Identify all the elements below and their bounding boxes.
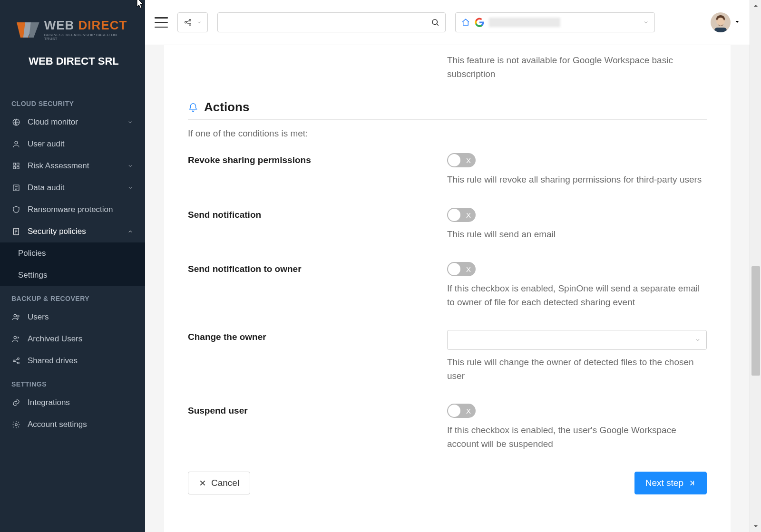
close-icon: [199, 479, 206, 487]
svg-rect-5: [13, 163, 16, 165]
toggle-send-notification[interactable]: X: [447, 208, 476, 222]
workspace-name-redacted: [489, 18, 560, 27]
workspace-selector[interactable]: [455, 12, 655, 32]
sidebar-subitem-settings[interactable]: Settings: [0, 264, 145, 286]
sidebar-submenu-security-policies: Policies Settings: [0, 242, 145, 286]
next-step-button[interactable]: Next step: [634, 472, 707, 494]
toggle-revoke-sharing[interactable]: X: [447, 153, 476, 167]
policy-panel: This feature is not available for Google…: [164, 45, 731, 532]
chevron-down-icon: [127, 184, 134, 191]
sidebar-item-cloud-monitor[interactable]: Cloud monitor: [0, 111, 145, 133]
share-icon: [184, 18, 192, 27]
svg-point-13: [14, 336, 16, 339]
scroll-down-arrow-icon[interactable]: [750, 521, 761, 532]
sidebar-label: User audit: [28, 139, 64, 149]
svg-rect-7: [13, 167, 16, 169]
sidebar-label: Cloud monitor: [28, 117, 78, 127]
share-type-selector[interactable]: [177, 12, 208, 32]
feature-unavailable-note: This feature is not available for Google…: [447, 54, 694, 81]
brand-word1: WEB: [44, 18, 78, 32]
brand-block: WEB DIRECT BUSINESS RELATIONSHIP BASED O…: [0, 5, 145, 91]
brand-logo-icon: [17, 20, 39, 39]
sidebar-subitem-policies[interactable]: Policies: [0, 242, 145, 264]
cancel-button[interactable]: Cancel: [188, 472, 250, 494]
sidebar-item-risk-assessment[interactable]: Risk Assessment: [0, 155, 145, 177]
action-row-send-notification: Send notification X This rule will send …: [188, 208, 707, 242]
action-description: This rule will revoke all sharing permis…: [447, 173, 707, 187]
globe-icon: [11, 117, 21, 127]
sidebar-item-shared-drives[interactable]: Shared drives: [0, 350, 145, 372]
action-description: If this checkbox is enabled, the user's …: [447, 424, 707, 451]
link-icon: [11, 398, 21, 407]
shield-icon: [11, 205, 21, 214]
sidebar-item-users[interactable]: Users: [0, 306, 145, 328]
svg-rect-8: [17, 167, 20, 169]
sidebar-item-security-policies[interactable]: Security policies: [0, 221, 145, 242]
grid-icon: [11, 161, 21, 171]
nav-section-backup-recovery: BACKUP & RECOVERY: [0, 286, 145, 306]
user-menu[interactable]: [711, 12, 740, 32]
sidebar-label: Users: [28, 312, 49, 322]
sidebar-item-integrations[interactable]: Integrations: [0, 392, 145, 414]
search-input[interactable]: [224, 19, 431, 27]
sidebar-label: Security policies: [28, 227, 86, 236]
button-label: Next step: [645, 478, 683, 488]
avatar: [711, 12, 731, 32]
sidebar-item-account-settings[interactable]: Account settings: [0, 414, 145, 435]
search-icon[interactable]: [431, 18, 439, 27]
action-label: Revoke sharing permissions: [188, 153, 447, 187]
next-arrow-icon: [688, 479, 696, 487]
action-label: Suspend user: [188, 404, 447, 451]
caret-down-icon: [734, 18, 740, 27]
org-name: WEB DIRECT SRL: [17, 55, 131, 68]
sidebar-item-ransomware-protection[interactable]: Ransomware protection: [0, 199, 145, 221]
list-icon: [11, 183, 21, 193]
archived-users-icon: [11, 334, 21, 344]
gear-icon: [11, 420, 21, 429]
brand-tagline: BUSINESS RELATIONSHIP BASED ON TRUST: [44, 33, 131, 41]
sidebar-item-archived-users[interactable]: Archived Users: [0, 328, 145, 350]
scroll-thumb[interactable]: [751, 266, 760, 376]
action-row-send-owner: Send notification to owner X If this che…: [188, 262, 707, 309]
action-label: Send notification to owner: [188, 262, 447, 309]
section-title: Actions: [204, 100, 249, 115]
toggle-suspend-user[interactable]: X: [447, 404, 476, 418]
action-row-suspend-user: Suspend user X If this checkbox is enabl…: [188, 404, 707, 451]
bell-icon: [188, 102, 198, 113]
nav-section-settings: SETTINGS: [0, 372, 145, 392]
section-header-actions: Actions: [188, 100, 707, 120]
page-scrollbar[interactable]: [750, 0, 761, 532]
share-icon: [11, 356, 21, 366]
sidebar-item-user-audit[interactable]: User audit: [0, 133, 145, 155]
nav-section-cloud-security: CLOUD SECURITY: [0, 91, 145, 111]
svg-rect-6: [17, 163, 20, 165]
action-row-revoke: Revoke sharing permissions X This rule w…: [188, 153, 707, 187]
action-label: Send notification: [188, 208, 447, 242]
toggle-send-owner[interactable]: X: [447, 262, 476, 276]
sidebar-label: Ransomware protection: [28, 205, 113, 214]
toggle-off-mark: X: [466, 156, 471, 164]
svg-point-17: [15, 424, 18, 426]
policy-icon: [11, 227, 21, 236]
sidebar-label: Shared drives: [28, 356, 78, 366]
caret-down-icon: [643, 19, 649, 25]
chevron-up-icon: [127, 228, 134, 235]
search-box[interactable]: [217, 12, 446, 32]
chevron-down-icon: [695, 337, 701, 343]
google-logo-icon: [475, 18, 484, 27]
scroll-up-arrow-icon[interactable]: [750, 0, 761, 11]
toggle-off-mark: X: [466, 211, 471, 219]
brand-word2: DIRECT: [78, 18, 127, 32]
sidebar: WEB DIRECT BUSINESS RELATIONSHIP BASED O…: [0, 0, 145, 532]
sidebar-label: Data audit: [28, 183, 65, 193]
action-description: If this checkbox is enabled, SpinOne wil…: [447, 282, 707, 309]
home-icon: [461, 18, 470, 27]
change-owner-select[interactable]: [447, 330, 707, 350]
action-description: This rule will change the owner of detec…: [447, 356, 707, 383]
hamburger-menu-icon[interactable]: [155, 17, 168, 28]
toggle-off-mark: X: [466, 407, 471, 415]
topbar: [145, 0, 750, 45]
button-label: Cancel: [211, 478, 239, 488]
svg-point-4: [15, 141, 18, 144]
sidebar-item-data-audit[interactable]: Data audit: [0, 177, 145, 199]
